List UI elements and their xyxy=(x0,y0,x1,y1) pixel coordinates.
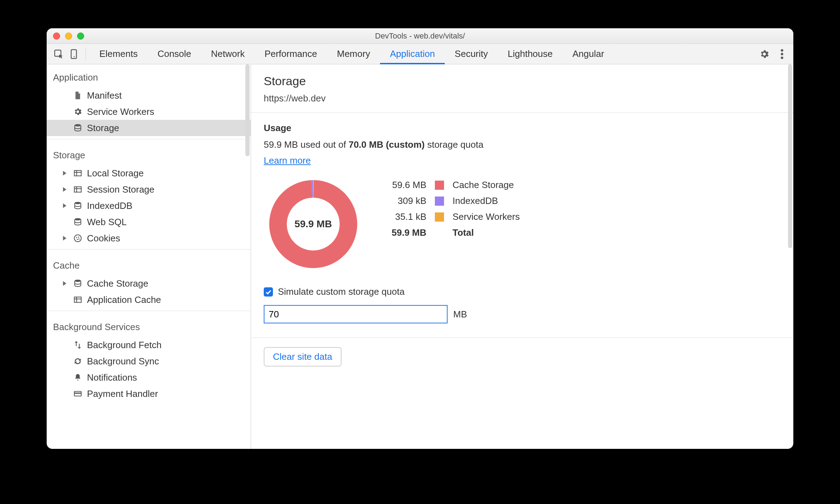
sidebar-item-label: Background Sync xyxy=(87,356,159,367)
sidebar-item-storage[interactable]: Storage xyxy=(47,120,251,136)
usage-quota-suffix: storage quota xyxy=(425,139,483,150)
usage-donut-chart: 59.9 MB xyxy=(264,175,363,274)
grid-icon xyxy=(73,184,83,194)
main-scrollbar[interactable] xyxy=(787,64,793,449)
tab-elements[interactable]: Elements xyxy=(89,44,147,64)
svg-rect-7 xyxy=(74,170,81,176)
simulate-quota-label: Simulate custom storage quota xyxy=(278,286,404,297)
tab-memory[interactable]: Memory xyxy=(327,44,380,64)
gear-icon xyxy=(73,107,83,117)
sidebar-item-cache-storage[interactable]: Cache Storage xyxy=(47,275,251,292)
sidebar-item-indexeddb[interactable]: IndexedDB xyxy=(47,198,251,214)
clear-section: Clear site data xyxy=(251,338,793,376)
sidebar-section-title: Background Services xyxy=(47,314,251,337)
sidebar-item-label: IndexedDB xyxy=(87,200,133,211)
tab-console[interactable]: Console xyxy=(147,44,201,64)
svg-point-4 xyxy=(781,53,783,55)
svg-point-14 xyxy=(75,218,81,221)
legend-total-label: Total xyxy=(453,227,520,238)
sidebar-item-label: Notifications xyxy=(87,372,137,383)
sidebar-section-title: Cache xyxy=(47,252,251,275)
origin-label: https://web.dev xyxy=(264,93,781,104)
clear-site-data-button[interactable]: Clear site data xyxy=(264,347,342,367)
sidebar-item-session-storage[interactable]: Session Storage xyxy=(47,181,251,198)
sidebar-item-cookies[interactable]: Cookies xyxy=(47,230,251,246)
grid-icon xyxy=(73,168,83,178)
separator xyxy=(86,48,86,60)
database-icon xyxy=(73,279,83,288)
legend-label: Cache Storage xyxy=(453,180,520,191)
sidebar-item-label: Service Workers xyxy=(87,106,154,117)
svg-rect-10 xyxy=(74,187,81,192)
tab-network[interactable]: Network xyxy=(201,44,255,64)
more-icon[interactable] xyxy=(775,47,789,61)
divider xyxy=(47,311,251,311)
updown-icon xyxy=(73,340,83,350)
svg-point-13 xyxy=(75,202,81,204)
tab-security[interactable]: Security xyxy=(445,44,498,64)
legend-label: IndexedDB xyxy=(453,195,520,206)
database-icon xyxy=(73,217,83,227)
tab-application[interactable]: Application xyxy=(380,44,445,64)
svg-rect-21 xyxy=(74,297,81,302)
sidebar-item-payment-handler[interactable]: Payment Handler xyxy=(47,386,251,402)
panel-body: ApplicationManifestService WorkersStorag… xyxy=(47,64,793,449)
settings-icon[interactable] xyxy=(757,47,771,61)
usage-legend: 59.6 MBCache Storage309 kBIndexedDB35.1 … xyxy=(384,180,520,238)
panel-tabstrip: ElementsConsoleNetworkPerformanceMemoryA… xyxy=(47,44,793,64)
svg-point-17 xyxy=(78,236,79,238)
grid-icon xyxy=(73,295,83,305)
caret-icon xyxy=(61,235,69,241)
window-title: DevTools - web.dev/vitals/ xyxy=(47,31,793,41)
sidebar-item-application-cache[interactable]: Application Cache xyxy=(47,292,251,308)
sidebar-item-label: Local Storage xyxy=(87,168,144,179)
caret-icon xyxy=(61,203,69,209)
usage-section: Usage 59.9 MB used out of 70.0 MB (custo… xyxy=(251,113,793,338)
sidebar-item-service-workers[interactable]: Service Workers xyxy=(47,104,251,120)
tab-performance[interactable]: Performance xyxy=(255,44,327,64)
sidebar-item-label: Application Cache xyxy=(87,294,161,305)
sidebar-item-label: Session Storage xyxy=(87,184,154,195)
file-icon xyxy=(73,90,83,100)
application-sidebar: ApplicationManifestService WorkersStorag… xyxy=(47,64,251,449)
legend-size: 59.6 MB xyxy=(384,180,426,191)
svg-point-19 xyxy=(78,239,80,240)
simulate-quota-checkbox[interactable] xyxy=(264,287,273,297)
caret-icon xyxy=(61,187,69,192)
learn-more-link[interactable]: Learn more xyxy=(264,155,311,166)
sidebar-item-label: Cookies xyxy=(87,233,120,244)
sidebar-item-notifications[interactable]: Notifications xyxy=(47,369,251,386)
quota-row: MB xyxy=(264,305,781,323)
caret-icon xyxy=(61,170,69,176)
database-icon xyxy=(73,201,83,211)
legend-total-size: 59.9 MB xyxy=(384,227,426,238)
device-toggle-icon[interactable] xyxy=(66,47,82,61)
svg-point-16 xyxy=(76,237,77,238)
storage-panel: Storage https://web.dev Usage 59.9 MB us… xyxy=(251,64,793,449)
sidebar-scrollbar[interactable] xyxy=(244,64,251,449)
sidebar-section-title: Application xyxy=(47,64,251,87)
svg-rect-25 xyxy=(74,393,81,394)
card-icon xyxy=(73,389,83,399)
usage-heading: Usage xyxy=(264,123,781,134)
divider xyxy=(47,249,251,250)
cookie-icon xyxy=(73,233,83,243)
sidebar-item-web-sql[interactable]: Web SQL xyxy=(47,214,251,230)
legend-size: 35.1 kB xyxy=(384,211,426,222)
tab-lighthouse[interactable]: Lighthouse xyxy=(498,44,562,64)
tab-angular[interactable]: Angular xyxy=(562,44,614,64)
sidebar-item-background-sync[interactable]: Background Sync xyxy=(47,353,251,369)
svg-point-3 xyxy=(781,49,783,52)
sidebar-item-label: Payment Handler xyxy=(87,388,158,399)
legend-swatch xyxy=(435,181,444,190)
divider xyxy=(47,139,251,139)
sidebar-item-label: Cache Storage xyxy=(87,278,148,289)
usage-row: 59.9 MB 59.6 MBCache Storage309 kBIndexe… xyxy=(264,175,781,274)
svg-point-6 xyxy=(75,124,81,127)
legend-label: Service Workers xyxy=(453,211,520,222)
sidebar-item-local-storage[interactable]: Local Storage xyxy=(47,165,251,181)
inspect-icon[interactable] xyxy=(51,47,66,61)
quota-input[interactable] xyxy=(264,305,448,323)
sidebar-item-background-fetch[interactable]: Background Fetch xyxy=(47,337,251,353)
sidebar-item-manifest[interactable]: Manifest xyxy=(47,87,251,104)
